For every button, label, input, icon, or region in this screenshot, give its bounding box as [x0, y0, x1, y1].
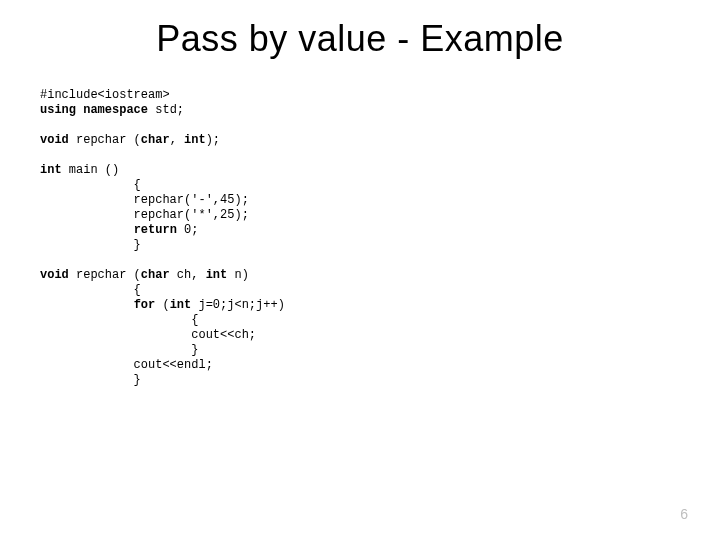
code-indent [40, 223, 134, 237]
kw-int: int [184, 133, 206, 147]
code-text: , [170, 133, 184, 147]
kw-char: char [141, 133, 170, 147]
code-text: ( [155, 298, 169, 312]
code-indent [40, 298, 134, 312]
code-text: 0; [177, 223, 199, 237]
kw-using: using namespace [40, 103, 148, 117]
kw-int: int [206, 268, 228, 282]
code-block: #include<iostream> using namespace std; … [40, 88, 720, 388]
page-number: 6 [680, 506, 688, 522]
code-line: } [40, 343, 198, 357]
code-line: { [40, 283, 141, 297]
code-line: repchar('*',25); [40, 208, 249, 222]
kw-void: void [40, 133, 69, 147]
slide-title: Pass by value - Example [0, 18, 720, 60]
code-line: cout<<ch; [40, 328, 256, 342]
code-line: #include<iostream> [40, 88, 170, 102]
kw-for: for [134, 298, 156, 312]
code-text: repchar ( [69, 268, 141, 282]
kw-return: return [134, 223, 177, 237]
code-text: repchar ( [69, 133, 141, 147]
code-line: } [40, 373, 141, 387]
kw-void: void [40, 268, 69, 282]
code-text: std; [148, 103, 184, 117]
code-text: j=0;j<n;j++) [191, 298, 285, 312]
code-line: } [40, 238, 141, 252]
kw-int: int [40, 163, 62, 177]
code-text: ch, [170, 268, 206, 282]
code-line: cout<<endl; [40, 358, 213, 372]
code-line: { [40, 178, 141, 192]
kw-int: int [170, 298, 192, 312]
code-text: n) [227, 268, 249, 282]
code-text: ); [206, 133, 220, 147]
code-line: repchar('-',45); [40, 193, 249, 207]
code-text: main () [62, 163, 120, 177]
code-line: { [40, 313, 198, 327]
kw-char: char [141, 268, 170, 282]
